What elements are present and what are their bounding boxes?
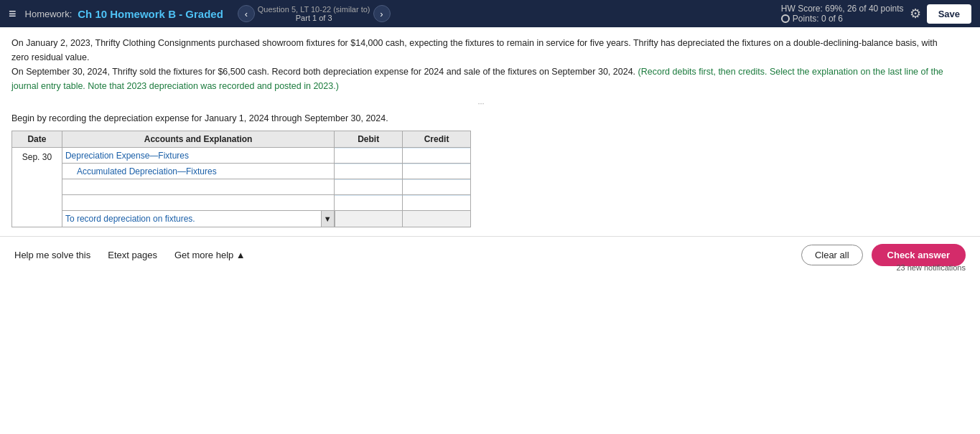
header: ≡ Homework: Ch 10 Homework B - Graded ‹ … xyxy=(0,0,980,27)
problem-text-part1: On January 2, 2023, Thrifty Clothing Con… xyxy=(11,38,938,62)
header-accounts: Accounts and Explanation xyxy=(62,131,334,148)
part-label: Part 1 of 3 xyxy=(258,14,370,22)
account-input-1[interactable] xyxy=(62,148,334,163)
menu-icon[interactable]: ≡ xyxy=(9,6,17,22)
etext-pages-link[interactable]: Etext pages xyxy=(108,250,157,260)
prev-question-button[interactable]: ‹ xyxy=(238,5,255,22)
notifications-badge: 23 new notifications xyxy=(896,263,966,272)
header-date: Date xyxy=(12,131,62,148)
points-circle-icon xyxy=(781,14,790,23)
table-row xyxy=(12,195,471,211)
credit-cell-4[interactable] xyxy=(403,195,471,211)
credit-cell-3[interactable] xyxy=(403,179,471,195)
main-content: On January 2, 2023, Thrifty Clothing Con… xyxy=(0,27,962,236)
footer: Help me solve this Etext pages Get more … xyxy=(0,236,980,273)
gear-icon[interactable]: ⚙ xyxy=(910,6,921,22)
next-question-button[interactable]: › xyxy=(373,5,391,22)
save-button[interactable]: Save xyxy=(927,4,971,24)
question-label: Question 5, LT 10-22 (similar to) xyxy=(258,5,370,14)
credit-cell-1[interactable] xyxy=(403,148,471,164)
header-debit: Debit xyxy=(335,131,403,148)
homework-label: Homework: xyxy=(25,9,73,19)
journal-table: Date Accounts and Explanation Debit Cred… xyxy=(11,131,471,227)
explanation-input[interactable] xyxy=(62,212,321,226)
date-cell: Sep. 30 xyxy=(12,148,62,227)
problem-text-part2: On September 30, 2024, Thrifty sold the … xyxy=(11,67,635,77)
divider: ··· xyxy=(11,99,951,108)
debit-cell-1[interactable] xyxy=(335,148,403,164)
header-title: Ch 10 Homework B - Graded xyxy=(78,8,223,20)
explanation-cell[interactable]: ▼ xyxy=(62,211,334,227)
points-line: Points: 0 of 6 xyxy=(781,14,904,24)
help-me-solve-link[interactable]: Help me solve this xyxy=(14,250,90,260)
account-cell-1[interactable] xyxy=(62,148,334,164)
explanation-dropdown-arrow[interactable]: ▼ xyxy=(321,211,334,227)
debit-cell-2[interactable] xyxy=(335,164,403,179)
credit-input-4[interactable] xyxy=(403,196,470,210)
table-row xyxy=(12,179,471,195)
nav-arrows: ‹ Question 5, LT 10-22 (similar to) Part… xyxy=(238,5,391,22)
explanation-credit-placeholder xyxy=(403,211,471,227)
debit-input-2[interactable] xyxy=(335,164,402,179)
score-area: HW Score: 69%, 26 of 40 points Points: 0… xyxy=(781,4,904,24)
explanation-wrapper: ▼ xyxy=(62,211,334,227)
debit-input-3[interactable] xyxy=(335,180,402,194)
account-input-4[interactable] xyxy=(62,196,334,210)
clear-all-button[interactable]: Clear all xyxy=(801,245,863,265)
account-cell-3[interactable] xyxy=(62,179,334,195)
debit-cell-4[interactable] xyxy=(335,195,403,211)
credit-cell-2[interactable] xyxy=(403,164,471,179)
account-input-3[interactable] xyxy=(62,180,334,194)
account-cell-4[interactable] xyxy=(62,195,334,211)
credit-input-3[interactable] xyxy=(403,180,470,194)
table-row-explanation: ▼ xyxy=(12,211,471,227)
get-more-help-link[interactable]: Get more help ▲ xyxy=(174,250,246,260)
credit-input-1[interactable] xyxy=(403,148,470,163)
debit-input-1[interactable] xyxy=(335,148,402,163)
credit-input-2[interactable] xyxy=(403,164,470,179)
account-input-2[interactable] xyxy=(62,164,334,179)
table-row xyxy=(12,164,471,179)
hw-score: HW Score: 69%, 26 of 40 points xyxy=(781,4,904,14)
problem-text: On January 2, 2023, Thrifty Clothing Con… xyxy=(11,36,951,93)
debit-input-4[interactable] xyxy=(335,196,402,210)
debit-cell-3[interactable] xyxy=(335,179,403,195)
header-credit: Credit xyxy=(403,131,471,148)
table-row: Sep. 30 xyxy=(12,148,471,164)
account-cell-2[interactable] xyxy=(62,164,334,179)
explanation-debit-placeholder xyxy=(335,211,403,227)
instruction-text: Begin by recording the depreciation expe… xyxy=(11,113,951,123)
